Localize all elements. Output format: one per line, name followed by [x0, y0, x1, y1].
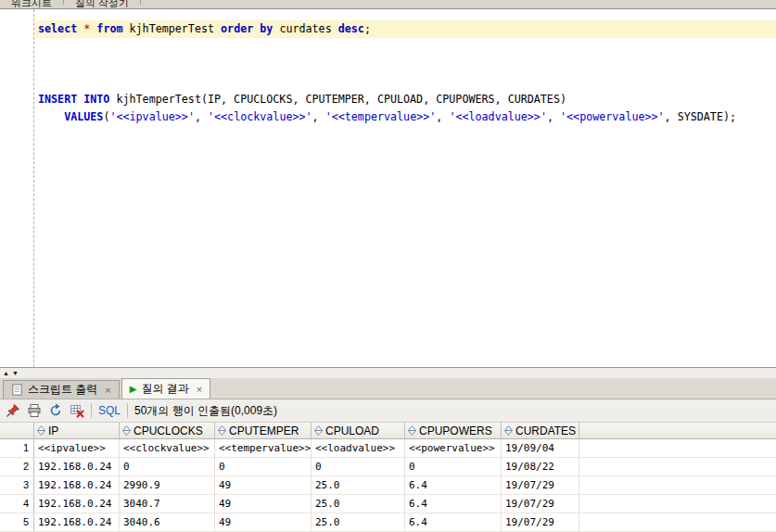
column-label: IP	[48, 424, 58, 437]
sort-icon	[37, 425, 45, 436]
sql-token: , SYSDATE);	[665, 110, 736, 123]
column-header-cpupowers[interactable]: CPUPOWERS	[405, 423, 502, 438]
sql-token: kjhTemperTest	[123, 22, 222, 35]
cell-cpuload[interactable]: 0	[312, 458, 405, 475]
cell-ip[interactable]: 192.168.0.24	[34, 476, 120, 494]
cell-curdates[interactable]: 19/09/04	[502, 439, 579, 457]
cell-cpupowers[interactable]: 0	[405, 458, 502, 475]
sql-token: '<<tempervalue>>'	[325, 110, 437, 123]
query-result-grid: IP CPUCLOCKS CPUTEMPER CPULOAD CPUPOWERS…	[0, 423, 776, 532]
table-row: 3 192.168.0.24 2990.9 49 25.0 6.4 19/07/…	[0, 476, 776, 495]
sql-token: '<<powervalue>>'	[560, 110, 665, 123]
sql-token: from	[96, 22, 122, 35]
code-line-current[interactable]: select * from kjhTemperTest order by cur…	[34, 20, 776, 38]
result-toolbar: SQL 50개의 행이 인출됨(0,009초)	[0, 399, 776, 423]
column-header-cpuload[interactable]: CPULOAD	[312, 423, 405, 438]
sql-token: curdates	[273, 22, 337, 35]
tab-query-builder[interactable]: 질의 작성기	[64, 0, 141, 5]
cell-cpupowers[interactable]: <<powervalue>>	[405, 439, 502, 457]
cell-curdates[interactable]: 19/07/29	[502, 476, 579, 494]
toolbar-separator	[91, 403, 92, 418]
run-icon: ▶	[130, 384, 137, 394]
grid-corner-cell[interactable]	[0, 423, 34, 438]
cell-curdates[interactable]: 19/08/22	[502, 458, 579, 475]
code-line-empty[interactable]	[34, 73, 776, 91]
cell-cpuload[interactable]: 25.0	[312, 495, 405, 513]
sql-token: VALUES	[64, 110, 103, 123]
clear-grid-icon[interactable]	[70, 403, 84, 418]
cell-ip[interactable]: <<ipvalue>>	[34, 439, 120, 457]
collapse-up-icon[interactable]: ▲	[3, 370, 9, 376]
script-output-icon	[11, 384, 23, 396]
sql-token: ,	[312, 110, 325, 123]
panel-splitter[interactable]: ▲ ▼	[0, 367, 776, 378]
cell-cpupowers[interactable]: 6.4	[405, 476, 502, 494]
sql-token: '<<ipvalue>>'	[109, 110, 194, 123]
row-number[interactable]: 5	[0, 513, 34, 531]
sql-token: select	[38, 22, 83, 35]
sql-token: ,	[436, 110, 449, 123]
cell-cpuclocks[interactable]: <<clockvalue>>	[120, 439, 215, 457]
tab-worksheet[interactable]: 워크시트	[0, 0, 64, 5]
row-number[interactable]: 4	[0, 495, 34, 513]
cell-cpupowers[interactable]: 6.4	[405, 495, 502, 513]
close-icon[interactable]: ×	[197, 384, 202, 395]
column-header-cputemper[interactable]: CPUTEMPER	[215, 423, 312, 438]
cell-cputemper[interactable]: <<tempervalue>>	[215, 439, 312, 457]
column-header-curdates[interactable]: CURDATES	[502, 423, 579, 438]
cell-ip[interactable]: 192.168.0.24	[34, 495, 120, 513]
code-line-empty[interactable]	[34, 56, 776, 73]
cell-cpuclocks[interactable]: 3040.7	[120, 495, 215, 513]
cell-curdates[interactable]: 19/07/29	[502, 513, 579, 531]
sql-token: INSERT INTO	[38, 93, 109, 106]
sql-token: ;	[364, 22, 371, 35]
editor-tabstrip: 워크시트 질의 작성기	[0, 0, 776, 9]
cell-ip[interactable]: 192.168.0.24	[34, 513, 120, 531]
sort-icon	[122, 425, 131, 436]
tab-query-result[interactable]: ▶ 질의 결과 ×	[121, 378, 210, 399]
column-label: CPUPOWERS	[419, 424, 492, 437]
cell-cputemper[interactable]: 49	[215, 476, 312, 494]
column-header-cpuclocks[interactable]: CPUCLOCKS	[120, 423, 215, 438]
column-label: CPULOAD	[325, 424, 379, 437]
sql-editor[interactable]: select * from kjhTemperTest order by cur…	[0, 9, 776, 367]
cell-cputemper[interactable]: 49	[215, 513, 312, 531]
row-number[interactable]: 2	[0, 458, 34, 475]
row-number[interactable]: 3	[0, 476, 34, 494]
cell-curdates[interactable]: 19/07/29	[502, 495, 579, 513]
fetch-status-text: 50개의 행이 인출됨(0,009초)	[134, 403, 277, 419]
cell-cpuclocks[interactable]: 3040.6	[120, 513, 215, 531]
cell-cpupowers[interactable]: 6.4	[405, 513, 502, 531]
close-icon[interactable]: ×	[105, 385, 110, 396]
toolbar-separator	[127, 403, 128, 418]
sql-code-area[interactable]: select * from kjhTemperTest order by cur…	[34, 9, 776, 367]
cell-cputemper[interactable]: 49	[215, 495, 312, 513]
sort-icon	[504, 425, 513, 436]
table-row: 1 <<ipvalue>> <<clockvalue>> <<temperval…	[0, 439, 776, 458]
cell-cpuload[interactable]: 25.0	[312, 476, 405, 494]
result-panel-tabbar: 스크립트 출력 × ▶ 질의 결과 ×	[0, 378, 776, 399]
sort-icon	[314, 425, 323, 436]
refresh-icon[interactable]	[48, 403, 63, 418]
tab-script-output[interactable]: 스크립트 출력 ×	[3, 380, 120, 399]
code-line-empty[interactable]	[34, 38, 776, 56]
column-header-ip[interactable]: IP	[34, 423, 120, 438]
table-row: 4 192.168.0.24 3040.7 49 25.0 6.4 19/07/…	[0, 495, 776, 513]
code-line-insert[interactable]: INSERT INTO kjhTemperTest(IP, CPUCLOCKS,…	[34, 91, 776, 108]
sql-token	[38, 110, 64, 123]
code-line-values[interactable]: VALUES('<<ipvalue>>', '<<clockvalue>>', …	[34, 108, 776, 126]
cell-cpuload[interactable]: <<loadvalue>>	[312, 439, 405, 457]
print-icon[interactable]	[27, 403, 42, 418]
sql-worksheet-button[interactable]: SQL	[98, 404, 121, 417]
cell-cpuload[interactable]: 25.0	[312, 513, 405, 531]
column-label: CURDATES	[515, 424, 576, 437]
row-number[interactable]: 1	[0, 439, 34, 457]
cell-cpuclocks[interactable]: 2990.9	[120, 476, 215, 494]
pin-icon[interactable]	[6, 403, 20, 418]
cell-cpuclocks[interactable]: 0	[120, 458, 215, 475]
cell-cputemper[interactable]: 0	[215, 458, 312, 475]
column-label: CPUTEMPER	[229, 424, 299, 437]
collapse-down-icon[interactable]: ▼	[12, 370, 19, 376]
tab-label: 질의 결과	[141, 381, 188, 397]
cell-ip[interactable]: 192.168.0.24	[34, 458, 120, 475]
